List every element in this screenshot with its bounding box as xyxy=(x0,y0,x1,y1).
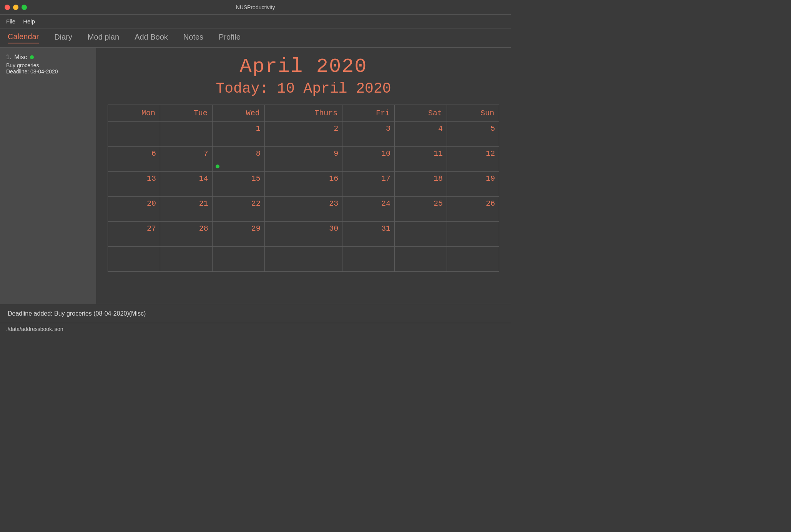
status-bar: Deadline added: Buy groceries (08-04-202… xyxy=(0,304,511,323)
calendar-day-cell[interactable] xyxy=(108,247,160,272)
sidebar: 1. Misc Buy groceries Deadline: 08-04-20… xyxy=(0,48,96,304)
calendar-day-cell[interactable]: 4 xyxy=(395,122,447,147)
path-bar: ./data/addressbook.json xyxy=(0,323,511,334)
calendar-day-cell[interactable]: 2 xyxy=(264,122,342,147)
nav-tabs: Calendar Diary Mod plan Add Book Notes P… xyxy=(0,28,511,48)
task-title: 1. Misc xyxy=(6,54,90,61)
calendar-day-cell[interactable]: 24 xyxy=(342,197,395,222)
calendar-day-cell[interactable]: 28 xyxy=(160,222,212,247)
status-message: Deadline added: Buy groceries (08-04-202… xyxy=(8,310,146,317)
calendar-grid: Mon Tue Wed Thurs Fri Sat Sun 1234567891… xyxy=(108,105,499,272)
calendar-day-cell[interactable] xyxy=(395,247,447,272)
task-description: Buy groceries xyxy=(6,62,90,68)
calendar-week-row xyxy=(108,247,499,272)
calendar-day-cell[interactable] xyxy=(108,122,160,147)
calendar-day-cell[interactable]: 1 xyxy=(212,122,264,147)
col-thurs: Thurs xyxy=(264,105,342,122)
calendar-day-cell[interactable]: 6 xyxy=(108,147,160,172)
calendar-day-cell[interactable]: 7 xyxy=(160,147,212,172)
tab-addbook[interactable]: Add Book xyxy=(135,33,168,43)
calendar-week-row: 13141516171819 xyxy=(108,172,499,197)
calendar-week-row: 2728293031 xyxy=(108,222,499,247)
maximize-button[interactable] xyxy=(22,5,27,10)
calendar-day-cell[interactable]: 23 xyxy=(264,197,342,222)
calendar-area: April 2020 Today: 10 April 2020 Mon Tue … xyxy=(96,48,511,304)
calendar-day-cell[interactable]: 21 xyxy=(160,197,212,222)
menu-bar: File Help xyxy=(0,15,511,28)
calendar-day-cell[interactable]: 5 xyxy=(447,122,499,147)
calendar-day-cell[interactable]: 22 xyxy=(212,197,264,222)
main-layout: 1. Misc Buy groceries Deadline: 08-04-20… xyxy=(0,48,511,304)
col-tue: Tue xyxy=(160,105,212,122)
col-mon: Mon xyxy=(108,105,160,122)
calendar-day-cell[interactable] xyxy=(447,247,499,272)
calendar-today: Today: 10 April 2020 xyxy=(216,80,391,97)
close-button[interactable] xyxy=(5,5,10,10)
calendar-day-cell[interactable]: 20 xyxy=(108,197,160,222)
calendar-day-cell[interactable] xyxy=(342,247,395,272)
calendar-day-cell[interactable]: 19 xyxy=(447,172,499,197)
col-wed: Wed xyxy=(212,105,264,122)
calendar-day-cell[interactable] xyxy=(395,222,447,247)
calendar-week-row: 12345 xyxy=(108,122,499,147)
calendar-day-cell[interactable]: 25 xyxy=(395,197,447,222)
calendar-day-cell[interactable]: 30 xyxy=(264,222,342,247)
task-item: 1. Misc Buy groceries Deadline: 08-04-20… xyxy=(6,54,90,75)
tab-calendar[interactable]: Calendar xyxy=(8,32,39,43)
calendar-week-row: 20212223242526 xyxy=(108,197,499,222)
traffic-lights xyxy=(5,5,27,10)
menu-file[interactable]: File xyxy=(6,18,15,25)
calendar-day-cell[interactable]: 17 xyxy=(342,172,395,197)
calendar-day-cell[interactable]: 9 xyxy=(264,147,342,172)
col-sun: Sun xyxy=(447,105,499,122)
path-text: ./data/addressbook.json xyxy=(6,326,63,332)
task-category: Misc xyxy=(14,54,27,61)
calendar-day-cell[interactable]: 13 xyxy=(108,172,160,197)
task-dot-icon xyxy=(30,55,34,59)
calendar-day-cell[interactable] xyxy=(264,247,342,272)
col-fri: Fri xyxy=(342,105,395,122)
calendar-day-cell[interactable]: 16 xyxy=(264,172,342,197)
calendar-day-cell[interactable] xyxy=(160,247,212,272)
task-number: 1. xyxy=(6,54,11,61)
calendar-day-cell[interactable]: 18 xyxy=(395,172,447,197)
calendar-day-cell[interactable]: 15 xyxy=(212,172,264,197)
calendar-day-cell[interactable]: 31 xyxy=(342,222,395,247)
tab-profile[interactable]: Profile xyxy=(219,33,241,43)
calendar-month-title: April 2020 xyxy=(239,55,367,78)
tab-modplan[interactable]: Mod plan xyxy=(88,33,119,43)
calendar-day-cell[interactable]: 10 xyxy=(342,147,395,172)
calendar-day-cell[interactable]: 27 xyxy=(108,222,160,247)
task-deadline: Deadline: 08-04-2020 xyxy=(6,68,90,75)
menu-help[interactable]: Help xyxy=(23,18,35,25)
calendar-day-cell[interactable]: 3 xyxy=(342,122,395,147)
calendar-day-cell[interactable] xyxy=(160,122,212,147)
col-sat: Sat xyxy=(395,105,447,122)
calendar-header-row: Mon Tue Wed Thurs Fri Sat Sun xyxy=(108,105,499,122)
tab-diary[interactable]: Diary xyxy=(54,33,72,43)
calendar-day-cell[interactable] xyxy=(447,222,499,247)
calendar-day-cell[interactable] xyxy=(212,247,264,272)
calendar-day-cell[interactable]: 29 xyxy=(212,222,264,247)
calendar-day-cell[interactable]: 12 xyxy=(447,147,499,172)
tab-notes[interactable]: Notes xyxy=(183,33,203,43)
calendar-day-cell[interactable]: 8 xyxy=(212,147,264,172)
app-title: NUSProductivity xyxy=(236,4,275,10)
calendar-day-cell[interactable]: 11 xyxy=(395,147,447,172)
calendar-day-cell[interactable]: 14 xyxy=(160,172,212,197)
calendar-day-cell[interactable]: 26 xyxy=(447,197,499,222)
title-bar: NUSProductivity xyxy=(0,0,511,15)
event-dot-icon xyxy=(216,165,219,168)
calendar-week-row: 6789101112 xyxy=(108,147,499,172)
minimize-button[interactable] xyxy=(13,5,18,10)
